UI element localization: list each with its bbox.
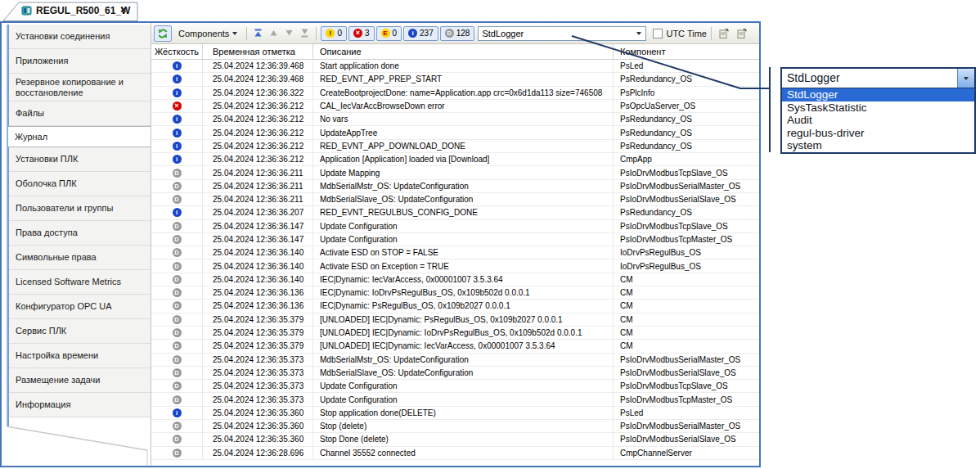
log-row-26[interactable]: D25.04.2024 12:36:35.373Update Configura… [151,393,759,406]
log-row-20[interactable]: D25.04.2024 12:36:35.379[UNLOADED] IEC|D… [151,313,759,327]
log-row-8[interactable]: i25.04.2024 12:36:36.212Application [App… [151,153,759,166]
log-row-2[interactable]: i25.04.2024 12:36:39.468RED_EVNT_APP_PRE… [151,73,759,86]
export-log-button-2[interactable] [734,25,750,42]
debug-icon: D [173,222,182,231]
sidebar-item-4[interactable]: Файлы [9,101,151,126]
column-header-timestamp[interactable]: Временная отметка [203,44,313,59]
cell-component: PsIoDrvModbusTcpSlave_OS [614,166,759,178]
popup-logger-combobox[interactable]: StdLogger [782,69,974,88]
popup-item-4[interactable]: regul-bus-driver [782,127,974,140]
cell-component: PsIoDrvModbusSerialSlave_OS [614,193,759,205]
move-down-button[interactable] [282,25,296,42]
column-header-description[interactable]: Описание [313,44,614,59]
log-row-18[interactable]: D25.04.2024 12:36:36.136IEC|Dynamic: IoD… [151,286,759,300]
log-row-5[interactable]: i25.04.2024 12:36:36.212No varsPsRedunda… [151,113,759,126]
sidebar-item-label: Пользователи и группы [16,203,113,214]
components-dropdown-button[interactable]: Components [173,25,242,42]
cell-component: PsIoDrvModbusTcpSlave_OS [614,380,759,392]
log-row-25[interactable]: D25.04.2024 12:36:35.373Update Configura… [151,380,759,393]
sidebar-item-9[interactable]: Права доступа [9,221,151,246]
popup-item-1[interactable]: StdLogger [782,88,974,101]
counter-info-toggle[interactable]: i237 [403,26,438,41]
utc-time-checkbox[interactable] [653,29,663,38]
sidebar-item-3[interactable]: Резервное копирование и восстановление [9,74,151,101]
popup-combobox-button[interactable] [957,69,974,88]
log-row-10[interactable]: D25.04.2024 12:36:36.211MdbSerialMstr_OS… [151,180,759,193]
sidebar-item-13[interactable]: Сервис ПЛК [9,319,151,344]
log-row-28[interactable]: D25.04.2024 12:36:35.360Stop (delete)PsI… [151,420,759,433]
sidebar-item-6[interactable]: Установки ПЛК [9,147,151,172]
cell-component: CM [614,300,759,312]
counter-error-toggle[interactable]: ×3 [348,26,375,41]
logger-combobox-button[interactable] [632,27,645,40]
cell-component: PsIoDrvModbusTcpSlave_OS [614,220,759,232]
cell-component: PsRedundancy_OS [614,140,759,152]
sidebar-item-1[interactable]: Установки соединения [9,25,151,49]
debug-icon: D [173,301,182,310]
popup-item-5[interactable]: system [782,139,974,152]
log-row-1[interactable]: i25.04.2024 12:36:39.468Start applicatio… [151,60,759,73]
jump-to-top-button[interactable] [251,25,265,42]
logger-combobox[interactable]: StdLogger [478,26,646,41]
counter-exception-toggle[interactable]: E0 [376,26,402,41]
cell-component: PsRedundancy_OS [614,73,759,85]
cell-description: Update Configuration [313,393,614,405]
log-row-15[interactable]: D25.04.2024 12:36:36.140Activate ESD on … [151,246,759,259]
sidebar-item-14[interactable]: Настройка времени [9,344,151,368]
sidebar-item-8[interactable]: Пользователи и группы [9,196,151,221]
cell-timestamp: 25.04.2024 12:36:36.211 [203,180,313,192]
log-row-30[interactable]: D25.04.2024 12:36:28.696Channel 35552 co… [151,447,759,460]
log-row-27[interactable]: i25.04.2024 12:36:35.360Stop application… [151,407,759,420]
tab-close-icon[interactable]: × [120,3,127,16]
refresh-button[interactable] [154,25,172,42]
export-log-button[interactable] [716,25,732,42]
log-row-14[interactable]: D25.04.2024 12:36:36.147Update Configura… [151,233,759,246]
sidebar-item-label: Символьные права [16,252,97,263]
cell-severity: D [151,313,203,326]
move-up-button[interactable] [267,25,281,42]
popup-item-3[interactable]: Audit [782,114,974,127]
cell-timestamp: 25.04.2024 12:36:36.207 [203,206,313,219]
log-row-11[interactable]: D25.04.2024 12:36:36.211MdbSerialSlave_O… [151,193,759,206]
log-row-29[interactable]: D25.04.2024 12:36:35.360Stop Done (delet… [151,433,759,446]
tab-title[interactable]: REGUL_R500_61_W [36,5,130,16]
cell-component: IoDrvPsRegulBus_OS [614,259,759,272]
log-row-4[interactable]: ×25.04.2024 12:36:36.212CAL_IecVarAccBro… [151,100,759,113]
log-row-3[interactable]: i25.04.2024 12:36:36.322CreateBootprojec… [151,87,759,100]
cell-severity: i [151,153,203,165]
sidebar-item-12[interactable]: Конфигуратор OPC UA [9,295,151,319]
cell-timestamp: 25.04.2024 12:36:36.136 [203,286,313,299]
column-header-severity[interactable]: Жёсткость [151,44,203,59]
sidebar-item-7[interactable]: Оболочка ПЛК [9,172,151,196]
sidebar-item-2[interactable]: Приложения [9,49,151,74]
counter-debug-toggle[interactable]: D128 [440,26,475,41]
log-row-21[interactable]: D25.04.2024 12:36:35.379[UNLOADED] IEC|D… [151,327,759,340]
log-row-19[interactable]: D25.04.2024 12:36:36.136IEC|Dynamic: PsR… [151,300,759,313]
editor-panel: Установки соединенияПриложенияРезервное … [0,21,761,467]
log-row-24[interactable]: D25.04.2024 12:36:35.373MdbSerialSlave_O… [151,367,759,380]
counter-warning-toggle[interactable]: !0 [321,26,347,41]
log-row-13[interactable]: D25.04.2024 12:36:36.147Update Configura… [151,220,759,233]
cell-timestamp: 25.04.2024 12:36:35.379 [203,313,313,326]
sidebar-item-15[interactable]: Размещение задачи [9,368,151,393]
sidebar-item-label: Файлы [16,108,44,119]
log-row-7[interactable]: i25.04.2024 12:36:36.212RED_EVNT_APP_DOW… [151,140,759,153]
sidebar-item-16[interactable]: Информация [9,393,151,417]
cell-description: CreateBootprojectDone: name=Application.… [313,87,614,99]
cell-timestamp: 25.04.2024 12:36:36.140 [203,246,313,259]
log-row-12[interactable]: i25.04.2024 12:36:36.207RED_EVNT_REGULBU… [151,206,759,219]
popup-item-2[interactable]: SysTaskStatistic [782,101,974,115]
column-header-component[interactable]: Компонент [614,44,759,59]
cell-component: PsOpcUaServer_OS [614,100,759,112]
cell-component: CmpChannelServer [614,447,759,459]
jump-to-bottom-button[interactable] [298,25,312,42]
log-row-17[interactable]: D25.04.2024 12:36:36.140IEC|Dynamic: Iec… [151,273,759,286]
log-row-23[interactable]: D25.04.2024 12:36:35.373MdbSerialMstr_OS… [151,354,759,367]
log-row-6[interactable]: i25.04.2024 12:36:36.212UpdateAppTreePsR… [151,126,759,139]
log-row-9[interactable]: D25.04.2024 12:36:36.211Update MappingPs… [151,166,759,179]
sidebar-item-11[interactable]: Licensed Software Metrics [9,270,151,295]
log-row-16[interactable]: D25.04.2024 12:36:36.140Activate ESD on … [151,259,759,273]
sidebar-item-5[interactable]: Журнал [8,126,151,147]
log-row-22[interactable]: D25.04.2024 12:36:35.379[UNLOADED] IEC|D… [151,340,759,353]
sidebar-item-10[interactable]: Символьные права [9,246,151,270]
